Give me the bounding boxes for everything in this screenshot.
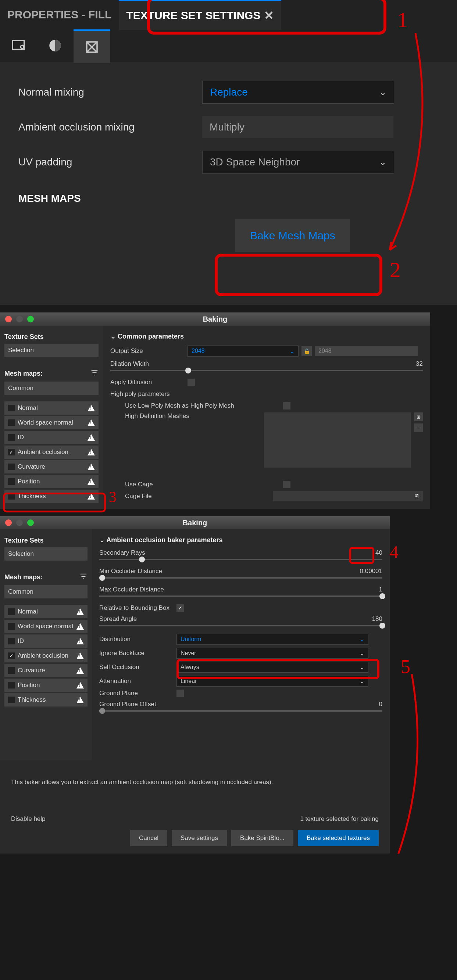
slider-thumb[interactable] [99,575,105,581]
use-cage-checkbox[interactable] [283,481,290,488]
checkbox[interactable] [8,434,15,441]
chevron-down-icon: ⌄ [379,87,386,97]
ao-mixing-select[interactable]: Multiply [202,116,393,138]
selection-item[interactable]: Selection [5,547,88,561]
window-title: Baking [203,315,228,323]
tab-properties-fill[interactable]: PROPERTIES - FILL [0,0,119,29]
checkbox[interactable] [8,463,15,470]
checkbox[interactable] [8,478,15,485]
ao-parameters-heading[interactable]: Ambient occlusion baker parameters [99,536,382,544]
mesh-map-item-ambient-occlusion[interactable]: ✓Ambient occlusion [5,649,88,662]
common-item[interactable]: Common [5,382,99,395]
maximize-window-icon[interactable] [27,316,34,322]
mesh-map-item-world-space-normal[interactable]: World space normal [5,620,88,633]
selection-item[interactable]: Selection [5,344,99,357]
close-window-icon[interactable] [5,316,12,322]
traffic-lights [0,316,34,322]
self-occlusion-label: Self Occlusion [99,663,177,671]
close-icon[interactable]: ✕ [264,8,274,22]
normal-mixing-select[interactable]: Replace ⌄ [202,81,394,103]
mesh-map-item-position[interactable]: Position [5,679,88,692]
max-occluder-value[interactable]: 1 [379,586,382,593]
ground-offset-value: 0 [379,701,382,708]
bake-object-button[interactable]: Bake SpiritBlo... [231,830,293,846]
secondary-rays-value[interactable]: 40 [376,549,382,557]
bake-mesh-maps-button[interactable]: Bake Mesh Maps [235,219,350,252]
ground-offset-slider [99,710,382,712]
mesh-icon[interactable] [73,29,110,63]
chevron-down-icon: ⌄ [379,157,386,167]
bake-selected-button[interactable]: Bake selected textures [298,830,379,846]
common-parameters-heading[interactable]: Common parameters [110,332,423,340]
ground-plane-checkbox[interactable] [177,690,184,697]
baking-window-ao: Baking Texture Sets Selection Mesh maps:… [0,516,390,854]
output-size-select[interactable]: 2048 ⌄ [188,345,299,356]
remove-icon[interactable]: − [414,423,423,432]
tab-texture-set-settings[interactable]: TEXTURE SET SETTINGS ✕ [119,0,281,30]
spread-angle-value[interactable]: 180 [372,615,382,623]
settings-display-icon[interactable] [0,29,37,62]
item-label: ID [18,434,24,441]
cage-file-input[interactable]: 🗎 [273,491,423,501]
save-settings-button[interactable]: Save settings [172,830,227,846]
checkbox[interactable]: ✓ [8,652,15,659]
max-occluder-slider[interactable] [99,595,382,597]
distribution-select[interactable]: Uniform ⌄ [177,634,368,645]
checkbox[interactable] [8,493,15,500]
shader-icon[interactable] [37,29,73,62]
checkbox[interactable] [8,608,15,615]
mesh-map-item-world-space-normal[interactable]: World space normal [5,416,99,430]
common-item[interactable]: Common [5,585,88,598]
checkbox[interactable] [8,682,15,689]
close-window-icon[interactable] [5,519,12,526]
minimize-window-icon[interactable] [16,316,23,322]
checkbox[interactable] [8,623,15,630]
min-occluder-slider[interactable] [99,577,382,579]
use-lowpoly-checkbox[interactable] [283,402,290,409]
minimize-window-icon[interactable] [16,519,23,526]
select-value: 2048 [191,348,205,354]
highdef-meshes-dropzone[interactable] [264,412,411,468]
output-size-locked: 2048 [315,346,418,356]
apply-diffusion-checkbox[interactable] [188,379,195,386]
mesh-map-item-normal[interactable]: Normal [5,401,99,415]
disable-help-link[interactable]: Disable help [11,815,46,822]
mesh-map-item-curvature[interactable]: Curvature [5,664,88,677]
checkbox[interactable] [8,697,15,703]
checkbox[interactable] [8,419,15,426]
mesh-map-item-normal[interactable]: Normal [5,605,88,618]
slider-thumb[interactable] [139,557,145,562]
file-icon[interactable]: 🗎 [414,412,423,421]
dilation-width-slider[interactable] [110,370,423,371]
relative-bbox-checkbox[interactable]: ✓ [177,605,184,612]
checkbox[interactable] [8,667,15,674]
uv-padding-select[interactable]: 3D Space Neighbor ⌄ [202,151,394,173]
warning-icon [76,608,84,615]
mesh-map-item-ambient-occlusion[interactable]: ✓Ambient occlusion [5,445,99,459]
attenuation-select[interactable]: Linear ⌄ [177,676,368,687]
min-occluder-value[interactable]: 0.00001 [360,568,382,575]
slider-thumb[interactable] [379,623,385,628]
mesh-map-item-position[interactable]: Position [5,475,99,488]
ignore-backface-select[interactable]: Never ⌄ [177,648,368,659]
mesh-map-item-thickness[interactable]: Thickness [5,693,88,706]
cancel-button[interactable]: Cancel [130,830,167,846]
filter-icon[interactable] [80,572,88,582]
mesh-map-item-thickness[interactable]: Thickness [5,490,99,503]
filter-icon[interactable] [91,369,99,379]
checkbox[interactable] [8,405,15,411]
secondary-rays-slider[interactable] [99,559,382,560]
dilation-width-value[interactable]: 32 [416,360,423,368]
item-label: Thickness [18,493,46,500]
mesh-map-item-id[interactable]: ID [5,635,88,648]
slider-thumb[interactable] [185,368,191,374]
checkbox[interactable] [8,638,15,644]
checkbox[interactable]: ✓ [8,449,15,455]
mesh-map-item-id[interactable]: ID [5,431,99,444]
spread-angle-slider[interactable] [99,625,382,626]
slider-thumb[interactable] [379,593,385,599]
lock-icon[interactable]: 🔒 [301,346,312,356]
self-occlusion-select[interactable]: Always ⌄ [177,662,368,673]
maximize-window-icon[interactable] [27,519,34,526]
mesh-map-item-curvature[interactable]: Curvature [5,460,99,474]
